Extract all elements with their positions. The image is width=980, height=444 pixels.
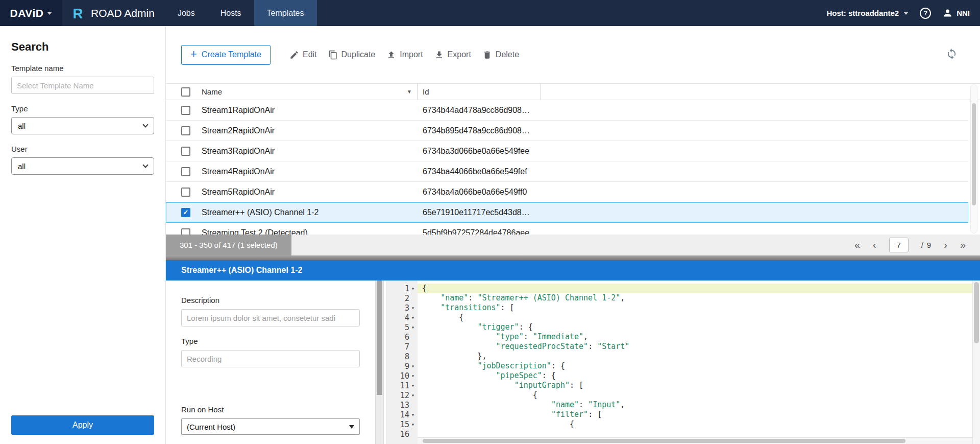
refresh-button[interactable] bbox=[946, 48, 958, 61]
user-select[interactable]: all bbox=[11, 157, 154, 175]
code-line[interactable]: "name": "Input", bbox=[418, 400, 972, 410]
editor-hscrollbar[interactable] bbox=[418, 437, 972, 444]
last-page-button[interactable]: » bbox=[960, 239, 966, 251]
code-line[interactable]: "inputGraph": [ bbox=[418, 381, 972, 390]
gutter-line[interactable]: 12▾ bbox=[386, 390, 418, 400]
fold-icon[interactable]: ▾ bbox=[409, 392, 416, 398]
fold-icon[interactable]: ▾ bbox=[409, 324, 416, 330]
host-selector[interactable]: Host: sttroaddante2 bbox=[826, 9, 909, 17]
gutter-line[interactable]: 15▾ bbox=[386, 419, 418, 429]
template-name-input[interactable] bbox=[11, 77, 154, 94]
page-separator: / bbox=[921, 241, 923, 249]
first-page-button[interactable]: « bbox=[854, 239, 860, 251]
code-line[interactable]: { bbox=[418, 284, 972, 293]
form-scrollbar[interactable] bbox=[375, 281, 384, 444]
fold-icon[interactable]: ▾ bbox=[409, 422, 416, 427]
code-line[interactable]: "transitions": [ bbox=[418, 303, 972, 313]
next-page-button[interactable]: › bbox=[944, 239, 947, 251]
current-page-input[interactable] bbox=[889, 238, 909, 252]
user-menu[interactable]: NNI bbox=[942, 8, 970, 18]
row-checkbox[interactable] bbox=[181, 188, 190, 197]
code-line[interactable]: "name": "Streamer++ (ASIO) Channel 1-2", bbox=[418, 293, 972, 303]
fold-icon[interactable]: ▾ bbox=[409, 286, 416, 291]
table-row[interactable]: ✓Streamer++ (ASIO) Channel 1-265e71910e1… bbox=[166, 202, 968, 223]
run-on-host-select[interactable]: (Current Host) bbox=[181, 418, 360, 435]
fold-icon[interactable]: ▾ bbox=[409, 383, 416, 388]
row-checkbox[interactable] bbox=[181, 126, 190, 135]
panel-resize-handle[interactable] bbox=[166, 255, 980, 260]
apply-button[interactable]: Apply bbox=[11, 415, 154, 435]
chevron-down-icon bbox=[47, 12, 52, 15]
code-line[interactable]: "pipeSpec": { bbox=[418, 371, 972, 381]
import-button[interactable]: Import bbox=[381, 46, 428, 64]
david-logo[interactable]: DAViD bbox=[0, 0, 62, 26]
line-number: 3 bbox=[405, 303, 409, 313]
gutter-line[interactable]: 1▾ bbox=[386, 284, 418, 293]
column-header-name[interactable]: Name ▼ bbox=[202, 84, 418, 100]
help-icon[interactable]: ? bbox=[920, 8, 931, 19]
edit-label: Edit bbox=[303, 50, 317, 59]
code-line[interactable]: { bbox=[418, 419, 972, 429]
code-line[interactable]: }, bbox=[418, 352, 972, 361]
row-checkbox[interactable] bbox=[181, 228, 190, 235]
upload-icon bbox=[386, 50, 396, 60]
gutter-line[interactable]: 10▾ bbox=[386, 371, 418, 381]
chevron-down-icon bbox=[142, 122, 148, 127]
select-all-checkbox[interactable] bbox=[181, 87, 190, 97]
create-template-button[interactable]: + Create Template bbox=[181, 45, 271, 65]
line-number: 11 bbox=[400, 381, 409, 390]
editor-hscrollbar-thumb[interactable] bbox=[423, 439, 905, 443]
table-row[interactable]: Streaming Test 2 (Detectead)5d5bf9b97257… bbox=[166, 223, 968, 235]
gutter-line[interactable]: 3▾ bbox=[386, 303, 418, 313]
table-scrollbar[interactable] bbox=[970, 84, 977, 233]
row-checkbox[interactable]: ✓ bbox=[181, 208, 190, 217]
column-header-id[interactable]: Id bbox=[418, 84, 541, 100]
edit-button[interactable]: Edit bbox=[284, 46, 323, 64]
code-line[interactable]: { bbox=[418, 313, 972, 322]
gutter-line[interactable]: 11▾ bbox=[386, 381, 418, 390]
fold-icon[interactable]: ▾ bbox=[409, 315, 416, 320]
fold-icon[interactable]: ▾ bbox=[409, 412, 416, 417]
editor-vscrollbar[interactable] bbox=[972, 281, 980, 444]
sort-descending-icon[interactable]: ▼ bbox=[407, 89, 412, 95]
code-line[interactable]: "requestedProcState": "Start" bbox=[418, 342, 972, 352]
table-row[interactable]: Stream1RapidOnAir6734b44ad478a9cc86d908… bbox=[166, 100, 968, 121]
gutter-line[interactable]: 4▾ bbox=[386, 313, 418, 322]
nav-item-hosts[interactable]: Hosts bbox=[208, 0, 254, 26]
fold-icon[interactable]: ▾ bbox=[409, 373, 416, 379]
table-row[interactable]: Stream4RapidOnAir6734ba44066be0a66e549fe… bbox=[166, 161, 968, 182]
table-scrollbar-thumb[interactable] bbox=[972, 103, 976, 205]
fold-icon[interactable]: ▾ bbox=[409, 363, 416, 369]
delete-button[interactable]: Delete bbox=[477, 46, 525, 64]
code-line[interactable]: "type": "Immediate", bbox=[418, 332, 972, 342]
detail-type-input[interactable] bbox=[181, 350, 360, 367]
editor-vscrollbar-thumb[interactable] bbox=[974, 282, 979, 343]
code-line[interactable]: { bbox=[418, 390, 972, 400]
type-select[interactable]: all bbox=[11, 117, 154, 134]
table-row[interactable]: Stream5RapidOnAir6734ba4a066be0a66e549ff… bbox=[166, 182, 968, 202]
gutter-line[interactable]: 14▾ bbox=[386, 410, 418, 419]
editor-code[interactable]: { "name": "Streamer++ (ASIO) Channel 1-2… bbox=[418, 281, 972, 444]
gutter-line[interactable]: 5▾ bbox=[386, 322, 418, 332]
table-row[interactable]: Stream3RapidOnAir6734ba3d066be0a66e549fe… bbox=[166, 141, 968, 161]
table-header: Name ▼ Id bbox=[166, 83, 980, 100]
gutter-line[interactable]: 9▾ bbox=[386, 361, 418, 371]
search-title: Search bbox=[11, 40, 154, 54]
fold-icon[interactable]: ▾ bbox=[409, 305, 416, 311]
form-scrollbar-thumb[interactable] bbox=[377, 281, 382, 395]
code-line[interactable]: "jobDescription": { bbox=[418, 361, 972, 371]
code-line[interactable]: "trigger": { bbox=[418, 322, 972, 332]
id-column-label: Id bbox=[423, 87, 429, 96]
nav-item-templates[interactable]: Templates bbox=[254, 0, 317, 26]
nav-item-jobs[interactable]: Jobs bbox=[165, 0, 208, 26]
row-checkbox[interactable] bbox=[181, 147, 190, 156]
json-editor[interactable]: 1▾23▾4▾5▾6789▾10▾11▾12▾1314▾15▾16 { "nam… bbox=[386, 281, 972, 444]
row-checkbox[interactable] bbox=[181, 106, 190, 115]
export-button[interactable]: Export bbox=[429, 46, 477, 64]
description-input[interactable] bbox=[181, 309, 360, 326]
row-checkbox[interactable] bbox=[181, 167, 190, 176]
prev-page-button[interactable]: ‹ bbox=[873, 239, 876, 251]
table-row[interactable]: Stream2RapidOnAir6734b895d478a9cc86d908… bbox=[166, 121, 968, 141]
duplicate-button[interactable]: Duplicate bbox=[323, 46, 381, 64]
code-line[interactable]: "filter": [ bbox=[418, 410, 972, 419]
